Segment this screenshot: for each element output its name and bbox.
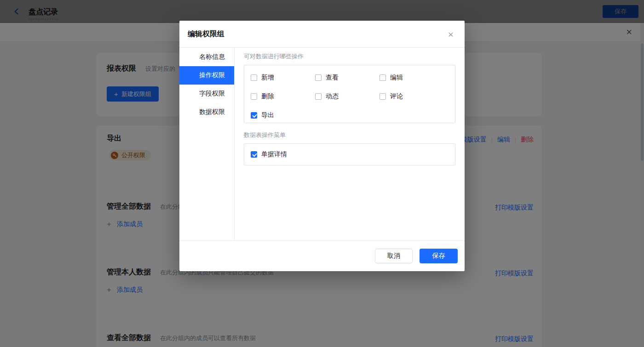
checkbox-option[interactable]: 单据详情 [251, 150, 287, 159]
tab-field-permission[interactable]: 字段权限 [179, 85, 234, 103]
menu-section-label: 数据表操作菜单 [244, 131, 455, 139]
checkbox-option[interactable]: 导出 [251, 111, 315, 119]
checkbox-icon [380, 74, 386, 81]
checkbox-icon [315, 93, 322, 100]
tab-name-info[interactable]: 名称信息 [179, 48, 234, 66]
modal-close-icon[interactable]: × [448, 29, 454, 39]
cancel-button[interactable]: 取消 [375, 249, 413, 263]
menu-checkbox-group: 单据详情 [244, 143, 455, 165]
operations-section-label: 可对数据进行哪些操作 [244, 52, 455, 61]
checkbox-icon [251, 93, 257, 100]
checkbox-option[interactable]: 动态 [315, 92, 380, 101]
checkbox-icon [380, 93, 386, 100]
checkbox-option[interactable]: 评论 [380, 92, 448, 101]
modal-header: 编辑权限组 × [179, 21, 465, 48]
checkbox-icon [315, 74, 322, 81]
operations-checkbox-group: 新增 查看 编辑 删除 [244, 65, 455, 123]
checkbox-option[interactable]: 编辑 [380, 73, 448, 82]
checkbox-icon [251, 74, 257, 81]
checkbox-option[interactable]: 删除 [251, 92, 315, 101]
tab-operation-permission[interactable]: 操作权限 [179, 66, 234, 85]
save-button[interactable]: 保存 [420, 249, 458, 263]
tab-data-permission[interactable]: 数据权限 [179, 103, 234, 121]
checkbox-option[interactable]: 查看 [315, 73, 380, 82]
app-root: 盘点记录 保存 × 报表权限 设置对应的「权限组」，管理成员对报表数据的操作权限… [0, 0, 644, 347]
modal-tabs: 名称信息 操作权限 字段权限 数据权限 [179, 48, 235, 240]
modal-footer: 取消 保存 [179, 240, 465, 271]
checkbox-checked-icon [251, 112, 257, 119]
modal-content: 可对数据进行哪些操作 新增 查看 编辑 [235, 48, 465, 240]
modal-title: 编辑权限组 [188, 29, 224, 39]
checkbox-checked-icon [251, 151, 257, 158]
modal-body: 名称信息 操作权限 字段权限 数据权限 可对数据进行哪些操作 新增 查看 [179, 48, 465, 240]
checkbox-option[interactable]: 新增 [251, 73, 315, 82]
edit-permission-group-modal: 编辑权限组 × 名称信息 操作权限 字段权限 数据权限 可对数据进行哪些操作 新… [179, 21, 465, 271]
